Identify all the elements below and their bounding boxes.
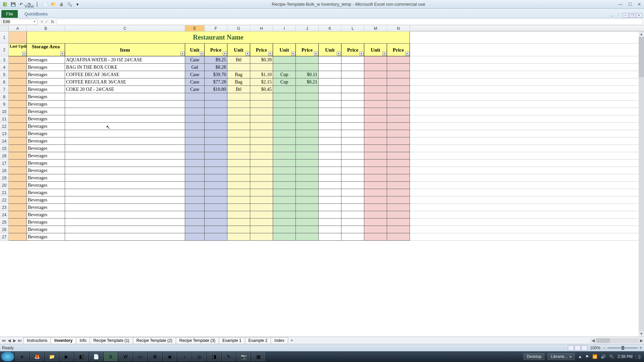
cell-rest-17[interactable] [410,160,644,167]
cell-C13[interactable] [65,130,185,137]
row-header-14[interactable]: 14 [0,137,9,145]
minimize-button[interactable]: — [616,1,625,7]
cell-L19[interactable] [341,174,364,182]
cell-E6[interactable]: Case [185,78,205,86]
cell-I18[interactable] [273,167,296,174]
cell-J24[interactable] [296,211,319,219]
sheet-tab-index[interactable]: Index [271,337,288,344]
cell-J25[interactable] [296,219,319,226]
cell-G13[interactable] [227,130,250,137]
cell-A1[interactable] [9,32,27,44]
cell-B5[interactable]: Beverages [27,71,65,78]
cell-N13[interactable] [387,130,410,137]
cell-A24[interactable] [9,211,27,219]
cell-G14[interactable] [227,137,250,145]
taskbar-media-icon[interactable]: ▶ [60,352,73,361]
hscroll-right-icon[interactable]: ▶ [639,338,644,343]
cell-H4[interactable] [250,64,273,71]
cell-rest-20[interactable] [410,182,644,189]
taskbar-app7-icon[interactable]: ▦ [252,352,265,361]
row-header-22[interactable]: 22 [0,196,9,204]
cell-B9[interactable]: Beverages [27,101,65,108]
cell-K22[interactable] [319,196,341,204]
cell-G15[interactable] [227,145,250,152]
cell-A4[interactable] [9,64,27,71]
cell-K16[interactable] [319,152,341,160]
row-header-23[interactable]: 23 [0,204,9,211]
cell-C16[interactable] [65,152,185,160]
cell-L22[interactable] [341,196,364,204]
wb-restore-button[interactable]: ❐ [629,13,635,18]
cell-G25[interactable] [227,219,250,226]
cell-B24[interactable]: Beverages [27,211,65,219]
row-header-21[interactable]: 21 [0,189,9,196]
cell-I10[interactable] [273,108,296,115]
cell-B18[interactable]: Beverages [27,167,65,174]
cell-K3[interactable] [319,56,341,64]
cell-G16[interactable] [227,152,250,160]
cell-N27[interactable] [387,233,410,241]
col-header-K[interactable]: K [319,25,341,31]
wb-minimize-button[interactable]: — [623,13,629,18]
cell-E19[interactable] [185,174,205,182]
sheet-tab-info[interactable]: Info [76,337,90,344]
tab-file[interactable]: File [1,10,18,18]
cell-M15[interactable] [364,145,387,152]
cell-C25[interactable] [65,219,185,226]
col-header-B[interactable]: B [27,25,65,31]
qat-more-icon[interactable]: ▾ [74,1,81,8]
cell-H9[interactable] [250,101,273,108]
cell-K12[interactable] [319,123,341,130]
cell-G21[interactable] [227,189,250,196]
select-all-corner[interactable] [0,25,9,31]
taskbar-app3-icon[interactable]: ✿ [148,352,162,361]
cell-A14[interactable] [9,137,27,145]
taskbar-app4-icon[interactable]: ◎ [193,352,206,361]
cell-L5[interactable] [341,71,364,78]
cell-F21[interactable] [205,189,227,196]
cell-N3[interactable] [387,56,410,64]
header-price-5[interactable]: Price▾ [387,44,410,56]
cell-L26[interactable] [341,226,364,233]
row-header-17[interactable]: 17 [0,160,9,167]
cell-M11[interactable] [364,115,387,123]
cell-E14[interactable] [185,137,205,145]
cell-G5[interactable]: Bag [227,71,250,78]
cell-A6[interactable] [9,78,27,86]
cell-rest-10[interactable] [410,108,644,115]
cell-rest-4[interactable] [410,64,644,71]
row-header-13[interactable]: 13 [0,130,9,137]
cell-N16[interactable] [387,152,410,160]
quickprint-icon[interactable]: 🖨 [58,1,65,8]
cell-F10[interactable] [205,108,227,115]
tab-view[interactable]: View [20,2,53,10]
cell-F27[interactable] [205,233,227,241]
cell-N12[interactable] [387,123,410,130]
cell-I19[interactable] [273,174,296,182]
cell-J18[interactable] [296,167,319,174]
cell-M17[interactable] [364,160,387,167]
cell-M19[interactable] [364,174,387,182]
cell-B7[interactable]: Beverages [27,86,65,93]
cell-I12[interactable] [273,123,296,130]
cell-N25[interactable] [387,219,410,226]
cell-A13[interactable] [9,130,27,137]
cell-rest-22[interactable] [410,196,644,204]
cell-A23[interactable] [9,204,27,211]
header-price-5-filter-icon[interactable]: ▾ [405,52,409,56]
cell-A5[interactable] [9,71,27,78]
cell-M21[interactable] [364,189,387,196]
row-header-6[interactable]: 6 [0,78,9,86]
cell-rest-3[interactable] [410,56,644,64]
cell-B26[interactable]: Beverages [27,226,65,233]
cell-H21[interactable] [250,189,273,196]
cell-B15[interactable]: Beverages [27,145,65,152]
cell-I23[interactable] [273,204,296,211]
cell-A22[interactable] [9,196,27,204]
cell-rest-19[interactable] [410,174,644,182]
cell-F25[interactable] [205,219,227,226]
cell-E17[interactable] [185,160,205,167]
tray-clock[interactable]: 2:38 PM [618,354,633,359]
cell-K18[interactable] [319,167,341,174]
taskbar-explorer-icon[interactable]: 📁 [45,352,58,361]
